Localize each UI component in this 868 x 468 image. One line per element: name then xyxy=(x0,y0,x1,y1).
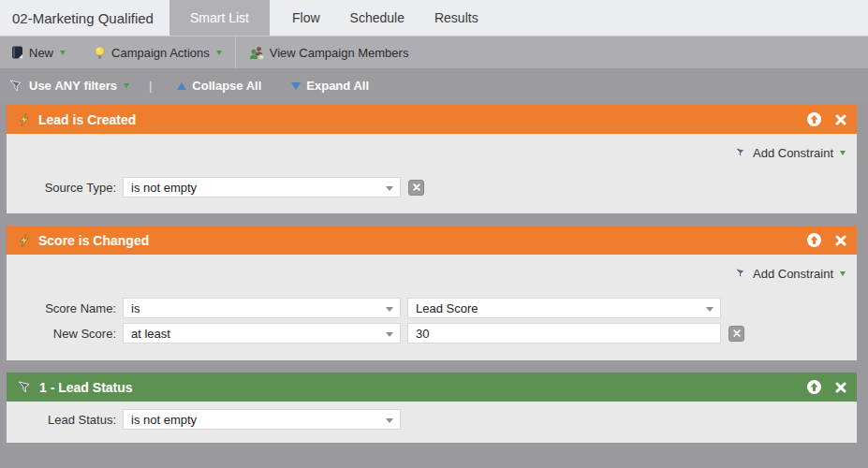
remove-panel-icon[interactable] xyxy=(835,235,846,246)
view-campaign-members-button[interactable]: View Campaign Members xyxy=(240,37,419,68)
collapse-panel-icon[interactable] xyxy=(807,380,821,394)
field-label: Lead Status: xyxy=(7,413,123,427)
collapse-panel-icon[interactable] xyxy=(807,233,821,247)
tab-bar: 02-Marketing Qualified Smart List Flow S… xyxy=(0,0,868,36)
view-campaign-members-label: View Campaign Members xyxy=(270,46,409,60)
collapse-all-button[interactable]: Collapse All xyxy=(169,68,270,103)
operator-select[interactable]: at least xyxy=(123,323,401,344)
smart-list-canvas: Lead is Created xyxy=(0,103,868,443)
filter-row: Score Name: is Lead Score xyxy=(7,298,857,318)
panel-body: Add Constraint Source Type: is not empty xyxy=(7,134,857,213)
new-score-input[interactable] xyxy=(407,323,721,344)
trigger-panel-lead-is-created: Lead is Created xyxy=(7,105,857,213)
operator-value: is not empty xyxy=(131,181,197,195)
campaign-actions-label: Campaign Actions xyxy=(111,46,210,60)
score-name-select[interactable]: Lead Score xyxy=(407,298,721,318)
field-label: Source Type: xyxy=(7,181,123,195)
chevron-down-icon xyxy=(840,271,846,276)
triangle-down-icon xyxy=(291,82,301,90)
use-filters-label: Use ANY filters xyxy=(29,79,117,93)
toolbar-divider xyxy=(235,37,236,68)
score-name-value: Lead Score xyxy=(416,301,478,315)
caret-down-icon xyxy=(386,307,393,312)
remove-panel-icon[interactable] xyxy=(835,382,846,393)
campaign-actions-button[interactable]: Campaign Actions xyxy=(84,37,231,68)
operator-select[interactable]: is not empty xyxy=(123,177,401,197)
panel-header[interactable]: Score is Changed xyxy=(7,226,857,255)
smart-campaign-title: 02-Marketing Qualified xyxy=(0,10,169,26)
collapse-all-label: Collapse All xyxy=(192,79,261,93)
filter-row: New Score: at least xyxy=(7,323,857,344)
funnel-icon xyxy=(17,380,32,394)
toolbar: New Campaign Actions xyxy=(0,36,868,68)
filter-row: Source Type: is not empty xyxy=(7,177,857,197)
panel-header[interactable]: 1 - Lead Status xyxy=(7,373,857,402)
panel-title: Lead is Created xyxy=(38,112,807,127)
filter-row: Lead Status: is not empty xyxy=(7,409,857,430)
people-icon xyxy=(249,46,264,60)
new-button-label: New xyxy=(29,46,53,60)
caret-down-icon xyxy=(706,307,714,312)
add-constraint-button[interactable]: Add Constraint xyxy=(753,146,833,160)
panel-body: Lead Status: is not empty xyxy=(7,402,857,443)
trigger-panel-score-is-changed: Score is Changed xyxy=(7,226,857,360)
tab-schedule[interactable]: Schedule xyxy=(335,0,419,36)
collapse-panel-icon[interactable] xyxy=(807,112,821,126)
panel-title: 1 - Lead Status xyxy=(39,380,807,395)
field-label: Score Name: xyxy=(7,301,123,315)
add-constraint-row: Add Constraint xyxy=(7,255,857,283)
filter-rule-bar: Use ANY filters | Collapse All Expand Al… xyxy=(0,68,868,103)
funnel-icon xyxy=(8,79,23,93)
panel-header[interactable]: Lead is Created xyxy=(7,105,857,134)
filterbar-divider: | xyxy=(149,79,152,93)
trigger-bolt-icon xyxy=(17,112,31,127)
caret-down-icon xyxy=(386,418,393,423)
remove-panel-icon[interactable] xyxy=(835,114,846,125)
field-label: New Score: xyxy=(7,327,123,341)
funnel-icon xyxy=(733,267,747,280)
operator-select[interactable]: is not empty xyxy=(123,409,401,430)
expand-all-label: Expand All xyxy=(306,79,369,93)
delete-row-button[interactable] xyxy=(728,326,744,342)
panel-title: Score is Changed xyxy=(38,233,807,248)
filter-panel-lead-status: 1 - Lead Status Lead Status: xyxy=(7,373,857,443)
tab-smart-list[interactable]: Smart List xyxy=(169,0,270,36)
funnel-icon xyxy=(733,146,747,159)
lightbulb-icon xyxy=(94,46,106,60)
tab-flow[interactable]: Flow xyxy=(277,0,335,36)
caret-down-icon xyxy=(386,332,393,337)
new-button[interactable]: New xyxy=(0,37,75,68)
caret-down-icon xyxy=(386,186,393,191)
tab-results[interactable]: Results xyxy=(419,0,493,36)
trigger-bolt-icon xyxy=(17,233,31,248)
operator-value: is not empty xyxy=(131,413,197,427)
add-constraint-button[interactable]: Add Constraint xyxy=(753,267,833,281)
chevron-down-icon xyxy=(124,83,129,88)
panel-body: Add Constraint Score Name: is Lead Score… xyxy=(7,255,857,360)
operator-value: at least xyxy=(131,327,170,341)
chevron-down-icon xyxy=(216,51,222,55)
notebook-icon xyxy=(11,46,23,59)
use-any-filters-button[interactable]: Use ANY filters xyxy=(0,68,138,103)
chevron-down-icon xyxy=(60,51,66,55)
chevron-down-icon xyxy=(840,151,846,155)
add-constraint-row: Add Constraint xyxy=(7,134,857,162)
triangle-up-icon xyxy=(177,82,186,90)
delete-row-button[interactable] xyxy=(408,180,424,196)
expand-all-button[interactable]: Expand All xyxy=(283,68,377,103)
operator-value: is xyxy=(131,301,140,315)
operator-select[interactable]: is xyxy=(123,298,401,318)
